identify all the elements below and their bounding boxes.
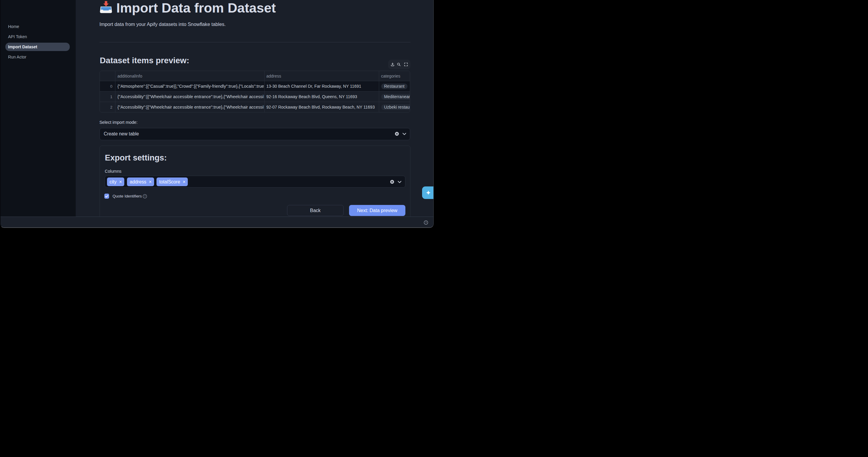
svg-text:?: ? [425,221,427,224]
svg-text:?: ? [144,195,146,198]
